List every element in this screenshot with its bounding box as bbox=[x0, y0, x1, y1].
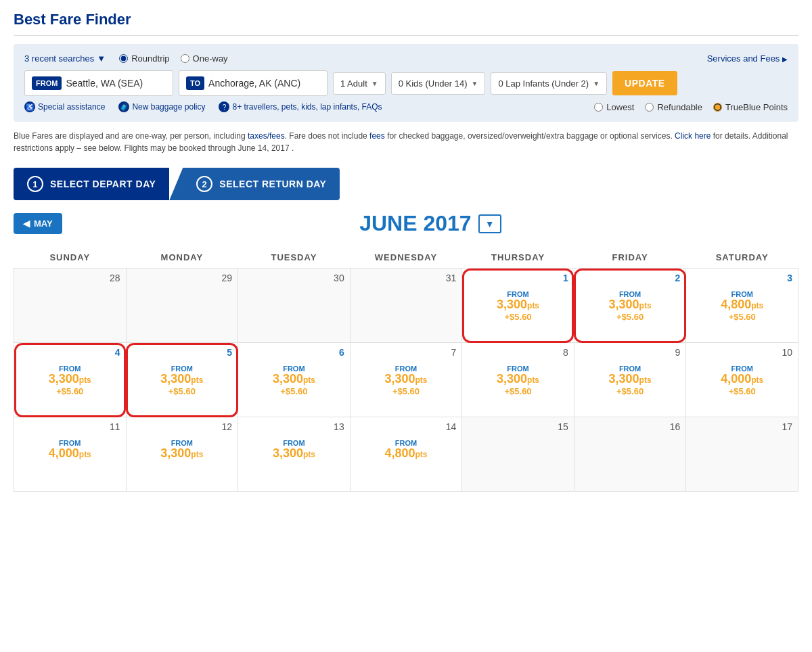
calendar-day: 16 bbox=[574, 417, 686, 492]
recent-searches-dropdown[interactable]: 3 recent searches ▼ bbox=[24, 53, 106, 64]
month-title: JUNE 2017 ▼ bbox=[62, 211, 798, 236]
calendar-day[interactable]: 5 FROM 3,300pts +$5.60 bbox=[126, 343, 238, 417]
infants-dropdown[interactable]: 0 Lap Infants (Under 2) ▼ bbox=[491, 72, 607, 95]
day-number: 12 bbox=[132, 421, 233, 432]
fare-fee: +$5.60 bbox=[580, 386, 681, 396]
baggage-policy-link[interactable]: 🧳 New baggage policy bbox=[118, 101, 205, 112]
fare-calendar: SUNDAY MONDAY TUESDAY WEDNESDAY THURSDAY… bbox=[14, 247, 798, 492]
day-number: 13 bbox=[244, 421, 344, 432]
services-fees-link[interactable]: Services and Fees ▶ bbox=[707, 53, 788, 64]
calendar-day[interactable]: 14 FROM 4,800pts bbox=[350, 417, 462, 492]
prev-month-button[interactable]: ◀ MAY bbox=[14, 213, 62, 234]
calendar-day[interactable]: 4 FROM 3,300pts +$5.60 bbox=[14, 343, 127, 417]
fare-points: 3,300pts bbox=[20, 373, 120, 386]
fare-points: 4,000pts bbox=[20, 447, 120, 461]
adults-dropdown[interactable]: 1 Adult ▼ bbox=[333, 72, 386, 95]
fare-points: 3,300pts bbox=[468, 298, 568, 312]
day-number: 30 bbox=[244, 273, 344, 283]
day-number: 2 bbox=[580, 273, 681, 283]
special-assistance-link[interactable]: ♿ Special assistance bbox=[24, 101, 105, 112]
fare-points: 3,300pts bbox=[356, 373, 457, 386]
calendar-day[interactable]: 13 FROM 3,300pts bbox=[238, 417, 351, 492]
to-input[interactable]: TO Anchorage, AK (ANC) bbox=[179, 70, 328, 96]
faq-link[interactable]: ? 8+ travellers, pets, kids, lap infants… bbox=[219, 101, 382, 112]
step-2-number: 2 bbox=[196, 176, 212, 192]
fare-points: 3,300pts bbox=[132, 373, 233, 386]
step-1-depart[interactable]: 1 SELECT DEPART DAY bbox=[14, 168, 169, 200]
day-number: 28 bbox=[20, 273, 120, 283]
day-number: 31 bbox=[356, 273, 457, 283]
update-button[interactable]: UPDATE bbox=[612, 71, 677, 95]
fare-points: 4,800pts bbox=[356, 447, 457, 461]
calendar-day: 29 bbox=[126, 269, 238, 343]
kids-dropdown[interactable]: 0 Kids (Under 14) ▼ bbox=[391, 72, 486, 95]
calendar-day[interactable]: 8 FROM 3,300pts +$5.60 bbox=[462, 343, 574, 417]
taxes-fees-link[interactable]: taxes/fees bbox=[248, 131, 285, 141]
caret-down-icon: ▼ bbox=[371, 80, 378, 87]
page-title: Best Fare Finder bbox=[14, 11, 798, 36]
month-navigation: ◀ MAY JUNE 2017 ▼ bbox=[14, 211, 798, 236]
calendar-day: 17 bbox=[686, 417, 798, 492]
trip-type-group: Roundtrip One-way bbox=[119, 53, 227, 64]
day-number: 5 bbox=[132, 347, 233, 358]
calendar-day[interactable]: 9 FROM 3,300pts +$5.60 bbox=[574, 343, 686, 417]
calendar-day[interactable]: 3 FROM 4,800pts +$5.60 bbox=[686, 269, 798, 343]
dropdown-arrow-icon: ▼ bbox=[97, 53, 106, 64]
refundable-fare-radio[interactable]: Refundable bbox=[645, 102, 702, 112]
col-friday: FRIDAY bbox=[574, 247, 686, 269]
col-saturday: SATURDAY bbox=[686, 247, 798, 269]
month-dropdown-button[interactable]: ▼ bbox=[478, 214, 501, 233]
day-number: 1 bbox=[468, 273, 568, 283]
disclaimer-text: Blue Fares are displayed and are one-way… bbox=[14, 130, 798, 154]
calendar-day[interactable]: 12 FROM 3,300pts bbox=[126, 417, 238, 492]
calendar-day[interactable]: 2 FROM 3,300pts +$5.60 bbox=[574, 269, 686, 343]
to-badge: TO bbox=[186, 76, 204, 90]
fare-points: 3,300pts bbox=[580, 373, 681, 386]
calendar-day[interactable]: 10 FROM 4,000pts +$5.60 bbox=[686, 343, 798, 417]
lowest-fare-radio[interactable]: Lowest bbox=[594, 102, 634, 112]
col-thursday: THURSDAY bbox=[462, 247, 574, 269]
day-number: 15 bbox=[468, 421, 568, 432]
step-1-number: 1 bbox=[27, 176, 43, 192]
fare-points: 4,800pts bbox=[692, 298, 792, 312]
calendar-day[interactable]: 1 FROM 3,300pts +$5.60 bbox=[462, 269, 574, 343]
calendar-day[interactable]: 7 FROM 3,300pts +$5.60 bbox=[350, 343, 462, 417]
day-number: 4 bbox=[20, 347, 120, 358]
trueblue-fare-radio[interactable]: TrueBlue Points bbox=[713, 102, 788, 112]
question-icon: ? bbox=[219, 101, 229, 112]
calendar-day[interactable]: 6 FROM 3,300pts +$5.60 bbox=[238, 343, 351, 417]
from-input[interactable]: FROM Seattle, WA (SEA) bbox=[24, 70, 173, 96]
col-tuesday: TUESDAY bbox=[238, 247, 351, 269]
col-monday: MONDAY bbox=[126, 247, 238, 269]
wheelchair-icon: ♿ bbox=[24, 101, 35, 112]
from-badge: FROM bbox=[32, 76, 62, 90]
roundtrip-radio[interactable]: Roundtrip bbox=[119, 53, 169, 64]
click-here-link[interactable]: Click here bbox=[675, 131, 710, 141]
day-number: 29 bbox=[132, 273, 233, 283]
day-number: 3 bbox=[692, 273, 792, 283]
fare-fee: +$5.60 bbox=[244, 386, 344, 396]
day-number: 17 bbox=[692, 421, 792, 432]
fare-points: 3,300pts bbox=[580, 298, 681, 312]
calendar-day: 31 bbox=[350, 269, 462, 343]
calendar-day[interactable]: 11 FROM 4,000pts bbox=[14, 417, 127, 492]
calendar-day: 30 bbox=[238, 269, 351, 343]
day-number: 11 bbox=[20, 421, 120, 432]
calendar-week-1: 282930311 FROM 3,300pts +$5.60 2 FROM 3,… bbox=[14, 269, 798, 343]
fare-points: 3,300pts bbox=[244, 373, 344, 386]
oneway-radio[interactable]: One-way bbox=[181, 53, 228, 64]
fare-points: 4,000pts bbox=[692, 373, 792, 386]
day-number: 9 bbox=[580, 347, 681, 358]
search-bar: 3 recent searches ▼ Roundtrip One-way Se… bbox=[14, 44, 798, 122]
fare-fee: +$5.60 bbox=[468, 386, 568, 396]
step-2-return[interactable]: 2 SELECT RETURN DAY bbox=[169, 168, 340, 200]
caret-down-icon: ▼ bbox=[472, 80, 478, 87]
step-bar: 1 SELECT DEPART DAY 2 SELECT RETURN DAY bbox=[14, 168, 447, 200]
fare-type-group: Lowest Refundable TrueBlue Points bbox=[594, 102, 788, 112]
fare-points: 3,300pts bbox=[132, 447, 233, 461]
fare-fee: +$5.60 bbox=[20, 386, 120, 396]
left-arrow-icon: ◀ bbox=[23, 218, 30, 229]
fare-points: 3,300pts bbox=[244, 447, 344, 461]
fees-link[interactable]: fees bbox=[369, 131, 385, 141]
col-wednesday: WEDNESDAY bbox=[350, 247, 462, 269]
